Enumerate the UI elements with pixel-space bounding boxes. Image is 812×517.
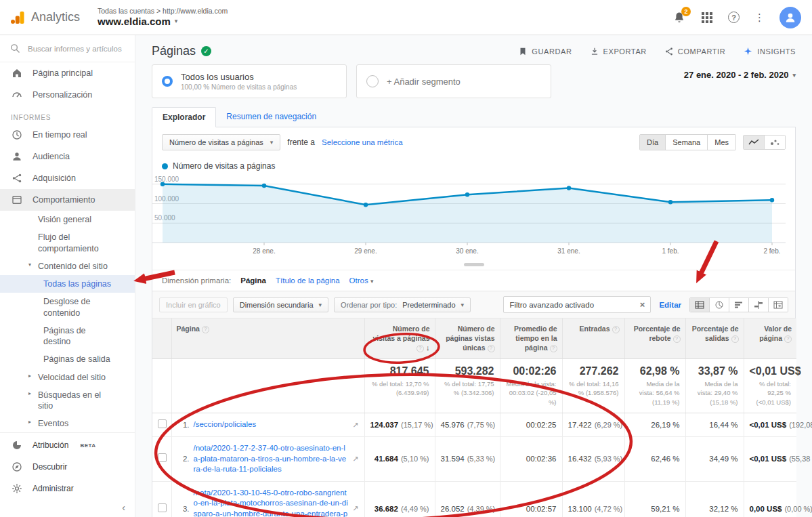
beta-badge: BETA (80, 442, 95, 449)
gauge-icon (11, 89, 23, 101)
table-row: 1./seccion/policiales↗ 124.037(15,17 %) … (152, 413, 796, 437)
granularity-month[interactable]: Mes (707, 135, 735, 150)
user-avatar[interactable] (779, 7, 801, 28)
save-button[interactable]: GUARDAR (518, 46, 572, 56)
secondary-dimension-button[interactable]: Dimensión secundaria ▾ (233, 297, 328, 312)
home-icon (11, 67, 23, 79)
series-color-dot (162, 163, 168, 169)
page-link[interactable]: /nota/2020-1-30-10-45-0-otro-robo-sangri… (194, 488, 349, 517)
column-header-entrances[interactable]: Entradas? (562, 318, 624, 359)
row-checkbox[interactable] (158, 419, 167, 428)
chevron-down-icon: ▾ (270, 139, 274, 146)
page-link[interactable]: /seccion/policiales (194, 419, 349, 430)
column-header-unique[interactable]: Número de páginas vistas únicas? (435, 318, 500, 359)
sidebar-item-realtime[interactable]: En tiempo real (0, 124, 135, 146)
external-link-icon[interactable]: ↗ (352, 421, 358, 430)
svg-text:29 ene.: 29 ene. (354, 247, 377, 255)
granularity-week[interactable]: Semana (665, 135, 707, 150)
motion-chart-icon[interactable] (764, 136, 785, 149)
sidebar-nav: Página principal Personalización INFORME… (0, 62, 135, 468)
summary-exit: 33,87 %Media de la vista: 29,40 % (15,18… (685, 359, 744, 413)
comparison-view-icon[interactable] (748, 298, 768, 312)
row-checkbox[interactable] (158, 503, 167, 512)
chevron-down-icon: ▾ (461, 302, 465, 308)
advanced-filter-chip[interactable]: Filtro avanzado activado × (503, 296, 651, 313)
edit-filter-link[interactable]: Editar (659, 301, 681, 309)
sidebar-item-behavior-flow[interactable]: Flujo del comportamiento (0, 228, 135, 257)
pivot-view-icon[interactable] (768, 298, 788, 312)
sidebar-item-content-drilldown[interactable]: Desglose de contenido (0, 293, 135, 322)
close-icon[interactable]: × (640, 299, 645, 310)
sidebar-item-exit-pages[interactable]: Páginas de salida (0, 350, 135, 368)
sidebar-item-behavior[interactable]: Comportamiento (0, 189, 135, 211)
column-header-value[interactable]: Valor de página? (744, 318, 796, 359)
search-input[interactable] (28, 45, 123, 53)
sidebar-item-landing-pages[interactable]: Páginas de destino (0, 322, 135, 351)
account-selector[interactable]: www.eldia.com ▾ (98, 16, 228, 28)
sidebar-item-audience[interactable]: Audiencia (0, 146, 135, 167)
sidebar-item-customization[interactable]: Personalización (0, 84, 135, 106)
sidebar-item-label: En tiempo real (33, 130, 87, 140)
apps-grid-icon[interactable] (701, 12, 713, 24)
app-name: Analytics (31, 10, 80, 24)
column-header-pageviews[interactable]: Número de visitas a páginas? ↓ (364, 318, 435, 359)
sort-type-button[interactable]: Ordenar por tipo: Predeterminado ▾ (334, 297, 471, 312)
date-range-picker[interactable]: 27 ene. 2020 - 2 feb. 2020 ▾ (684, 64, 796, 80)
plus-circle-icon (366, 75, 379, 87)
help-icon[interactable]: ? (728, 12, 740, 23)
plot-rows-button[interactable]: Incluir en gráfico (159, 297, 228, 312)
performance-view-icon[interactable] (729, 298, 748, 312)
sidebar-item-all-pages[interactable]: Todas las páginas (0, 275, 135, 293)
external-link-icon[interactable]: ↗ (352, 455, 358, 463)
notifications-button[interactable]: 2 (672, 11, 686, 24)
sidebar-item-site-search[interactable]: ▸ Búsquedas en el sitio (0, 386, 135, 415)
export-button[interactable]: EXPORTAR (590, 46, 647, 56)
insights-button[interactable]: INSIGHTS (743, 46, 796, 56)
sidebar-item-events[interactable]: ▸ Eventos (0, 415, 135, 432)
data-table-view-icon[interactable] (690, 298, 709, 312)
sidebar-item-site-speed[interactable]: ▸ Velocidad del sitio (0, 369, 135, 386)
more-options-icon[interactable]: ⋮ (754, 12, 765, 24)
external-link-icon[interactable]: ↗ (352, 504, 358, 513)
svg-text:28 ene.: 28 ene. (253, 247, 275, 255)
share-icon (664, 47, 674, 56)
table-view-toggle (689, 297, 788, 312)
sidebar-item-site-content[interactable]: ▾ Contenido del sitio (0, 257, 135, 275)
sidebar-item-admin[interactable]: Administrar (0, 478, 135, 499)
metric-dropdown[interactable]: Número de visitas a páginas ▾ (162, 134, 280, 150)
line-chart-icon[interactable] (744, 136, 764, 149)
tab-explorer[interactable]: Explorador (152, 107, 216, 127)
column-header-exit[interactable]: Porcentaje de salidas? (685, 318, 744, 359)
sidebar-item-acquisition[interactable]: Adquisición (0, 167, 135, 189)
dimension-page[interactable]: Página (240, 276, 266, 285)
sidebar-item-behavior-overview[interactable]: Visión general (0, 211, 135, 228)
sidebar-item-attribution[interactable]: AtribuciónBETA (0, 434, 135, 456)
share-button[interactable]: COMPARTIR (664, 46, 725, 56)
column-header-page[interactable]: Página? (171, 318, 364, 359)
sidebar-item-label: Administrar (33, 484, 74, 493)
chevron-right-icon: ▸ (28, 373, 31, 379)
topbar-actions: 2 ? ⋮ (672, 7, 812, 28)
column-header-bounce[interactable]: Porcentaje de rebote? (624, 318, 685, 359)
analytics-logo[interactable]: Analytics (0, 9, 89, 26)
column-header-avg-time[interactable]: Promedio de tiempo en la página? (500, 318, 562, 359)
segment-all-users[interactable]: Todos los usuarios 100,00 % Número de vi… (152, 64, 347, 98)
svg-text:150.000: 150.000 (154, 175, 179, 183)
sort-desc-icon: ↓ (426, 344, 430, 352)
select-metric-link[interactable]: Seleccione una métrica (322, 138, 403, 146)
sidebar-item-discover[interactable]: Descubrir (0, 456, 135, 478)
tab-navigation-summary[interactable]: Resumen de navegación (216, 107, 326, 127)
row-checkbox[interactable] (158, 453, 167, 462)
percentage-view-icon[interactable] (709, 298, 729, 312)
granularity-day[interactable]: Día (640, 135, 665, 150)
chart-scroll-handle[interactable] (464, 263, 484, 266)
page-link[interactable]: /nota/2020-1-27-2-37-40-otro-asesinato-e… (194, 443, 349, 475)
line-chart[interactable]: 50.000100.000150.00028 ene.29 ene.30 ene… (152, 175, 786, 260)
add-segment-button[interactable]: + Añadir segmento (356, 64, 551, 98)
sidebar-item-home[interactable]: Página principal (0, 62, 135, 84)
compass-icon (11, 461, 23, 473)
sidebar-collapse-button[interactable]: ‹ (0, 499, 135, 517)
dimension-page-title[interactable]: Título de la página (276, 276, 340, 285)
main-content: Páginas ✓ GUARDAR EXPORTAR COMPARTIR (135, 35, 812, 517)
dimension-other[interactable]: Otros ▾ (349, 276, 374, 285)
